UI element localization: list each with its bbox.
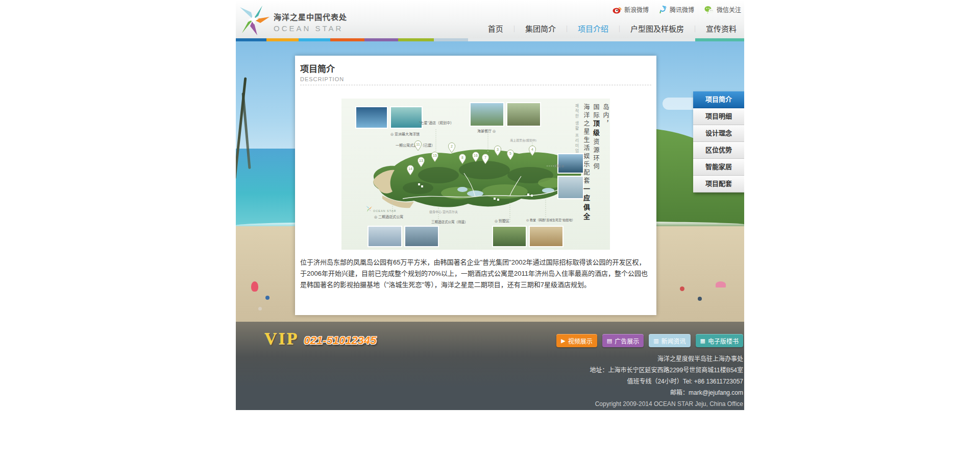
- menu-item-location-advantage[interactable]: 区位优势: [693, 142, 744, 159]
- svg-text:15: 15: [433, 154, 437, 157]
- nav-separator: ｜: [564, 23, 570, 33]
- menu-item-design-concept[interactable]: 设计理念: [693, 125, 744, 142]
- footer-copyright: Copyright 2009-2014 OCEAN STAR Jeju, Chi…: [590, 398, 743, 410]
- nav-item-home[interactable]: 首页: [480, 23, 511, 34]
- map-label: ◎ 二期酒店式公寓: [374, 214, 403, 219]
- content-panel: 项目简介 DESCRIPTION: [295, 56, 656, 315]
- vip-hotline: VIP 021-51012345: [264, 329, 376, 348]
- page-title: 项目简介: [300, 62, 651, 75]
- social-links: 新浪微博 腾讯微博: [606, 5, 741, 14]
- page: 海洋之星中国代表处 OCEAN STAR 新浪微博: [0, 0, 980, 455]
- site-subtitle: OCEAN STAR: [274, 24, 347, 33]
- photo-person: [698, 297, 702, 301]
- brand-block: 海洋之星中国代表处 OCEAN STAR: [274, 11, 347, 33]
- news-icon: ▥: [653, 338, 658, 344]
- map-vertical-slogan: 쾌적한 생활 프리미엄 海洋之星生活娱乐配套一应俱全 国际顶级资源环伺 岛内，: [573, 104, 609, 247]
- footer-email-line: 邮箱：mark@jejufang.com: [590, 387, 743, 398]
- ocean-star-logo: [236, 4, 271, 35]
- map-label: ◎ 教堂（韩剧"洛城生死恋"拍摄地）: [526, 218, 575, 222]
- footer-hotline-line: 值班专线（24小时）Tel: +86 13611723057: [590, 376, 743, 387]
- map-label: 健身中心·室内高尔夫: [429, 210, 458, 214]
- site-title: 海洋之星中国代表处: [274, 11, 347, 22]
- map-mini-logo-text: OCEAN STAR: [373, 209, 396, 212]
- site-column: 海洋之星中国代表处 OCEAN STAR 新浪微博: [236, 0, 744, 410]
- nav-separator: ｜: [511, 23, 518, 33]
- social-label: 微信关注: [717, 5, 741, 14]
- nav-item-brochures[interactable]: 宣传资料: [698, 23, 744, 34]
- nav-item-group-intro[interactable]: 集团简介: [518, 23, 564, 34]
- menu-item-project-intro[interactable]: 项目简介: [693, 91, 744, 108]
- svg-text:16: 16: [474, 154, 478, 157]
- resort-map-illustration: ◎ 亚洲最大海洋馆 "七星"酒店（规划中） 海景餐厅 ◎ 一期公寓式酒店（已建）…: [341, 99, 610, 250]
- social-label: 新浪微博: [624, 5, 649, 14]
- map-label: ◎ 亚洲最大海洋馆: [390, 132, 420, 136]
- photo-pink-umbrella: [716, 281, 726, 288]
- svg-text:11: 11: [416, 142, 420, 146]
- nav-item-project-intro[interactable]: 项目介绍: [570, 23, 616, 34]
- svg-text:5: 5: [509, 152, 511, 155]
- map-label: 海景餐厅 ◎: [477, 129, 496, 133]
- video-show-button[interactable]: ▶ 视频展示: [556, 334, 597, 347]
- beach-photo-background: 项目简介 DESCRIPTION: [236, 41, 744, 410]
- social-tencent-weibo[interactable]: 腾讯微博: [659, 5, 694, 14]
- slogan-line2: 国际顶级资源环伺: [592, 104, 599, 247]
- map-label: "七星"酒店（规划中）: [419, 121, 454, 125]
- photo-beach-umbrella: [251, 281, 258, 292]
- map-label: ◎ 别墅区: [495, 219, 509, 223]
- svg-text:4: 4: [531, 148, 533, 151]
- main-nav: 首页 ｜ 集团简介 ｜ 项目介绍 ｜ 户型图及样板房 ｜ 宣传资料: [480, 23, 744, 34]
- menu-item-smart-home[interactable]: 智能家居: [693, 159, 744, 176]
- svg-text:13: 13: [419, 159, 423, 162]
- photo-person: [265, 296, 270, 300]
- footer: VIP 021-51012345 ▶ 视频展示 ▤ 广告展示 ▥ 新闻资讯: [236, 322, 744, 410]
- wechat-icon: [704, 6, 714, 14]
- nav-separator: ｜: [692, 23, 698, 33]
- tencent-weibo-icon: [659, 5, 667, 14]
- svg-text:2: 2: [451, 145, 453, 148]
- map-label: 三期酒店式公寓（待建）: [431, 220, 468, 224]
- ebook-icon: ▦: [700, 338, 705, 344]
- footer-address-block: 海洋之星度假半岛驻上海办事处 地址：上海市长宁区延安西路2299号世贸商城11楼…: [590, 353, 743, 410]
- news-button[interactable]: ▥ 新闻资讯: [649, 334, 690, 347]
- map-label: 海上观景台(规划中): [510, 138, 536, 142]
- hotline-number: 021-51012345: [304, 334, 377, 347]
- header: 海洋之星中国代表处 OCEAN STAR 新浪微博: [236, 0, 744, 38]
- video-icon: ▶: [561, 338, 565, 344]
- photo-person: [680, 286, 684, 291]
- menu-item-project-details[interactable]: 项目明细: [693, 108, 744, 125]
- ad-show-button[interactable]: ▤ 广告展示: [602, 334, 644, 347]
- nav-item-floorplans[interactable]: 户型图及样板房: [623, 23, 692, 34]
- svg-text:3: 3: [497, 148, 499, 151]
- billboard-icon: ▤: [607, 338, 612, 344]
- nav-separator: ｜: [616, 23, 623, 33]
- photo-person: [258, 307, 262, 310]
- footer-buttons: ▶ 视频展示 ▤ 广告展示 ▥ 新闻资讯 ▦ 电子版楼书: [556, 334, 743, 347]
- footer-address-line: 地址：上海市长宁区延安西路2299号世贸商城11楼B54室: [590, 365, 743, 376]
- ebook-button[interactable]: ▦ 电子版楼书: [696, 334, 743, 347]
- social-wechat[interactable]: 微信关注: [704, 5, 741, 14]
- resort-map-figure: ◎ 亚洲最大海洋馆 "七星"酒店（规划中） 海景餐厅 ◎ 一期公寓式酒店（已建）…: [341, 99, 610, 250]
- slogan-line1: 岛内，: [602, 104, 609, 247]
- vip-badge: VIP: [264, 329, 299, 348]
- section-menu: 项目简介 项目明细 设计理念 区位优势 智能家居 项目配套: [693, 91, 744, 193]
- footer-office-line: 海洋之星度假半岛驻上海办事处: [590, 353, 743, 365]
- menu-item-project-facilities[interactable]: 项目配套: [693, 176, 744, 193]
- sina-weibo-icon: [612, 6, 622, 14]
- social-sina-weibo[interactable]: 新浪微博: [612, 5, 649, 14]
- project-description-text: 位于济州岛东部的凤凰岛公园有65万平方米，由韩国著名企业"普光集团"2002年通…: [300, 257, 651, 291]
- svg-text:7: 7: [484, 156, 486, 159]
- page-subtitle: DESCRIPTION: [300, 76, 651, 85]
- map-mini-star-logo: [366, 206, 372, 212]
- social-label: 腾讯微博: [670, 5, 694, 14]
- svg-text:14: 14: [408, 167, 412, 171]
- slogan-line3: 海洋之星生活娱乐配套一应俱全: [582, 104, 590, 247]
- slogan-korean: 쾌적한 생활 프리미엄: [573, 104, 580, 247]
- map-label: 灯塔 ◎: [554, 164, 564, 168]
- svg-text:8: 8: [461, 156, 463, 159]
